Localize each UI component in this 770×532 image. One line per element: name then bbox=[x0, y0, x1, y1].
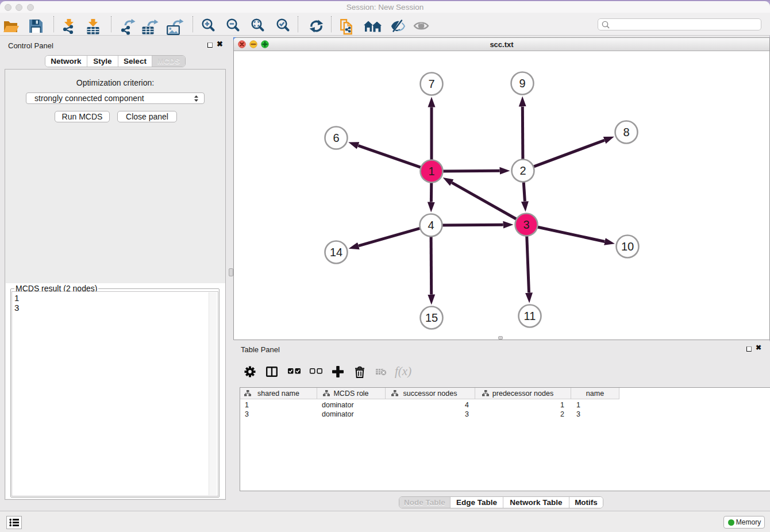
svg-text:9: 9 bbox=[519, 77, 525, 90]
svg-text:15: 15 bbox=[425, 311, 438, 324]
svg-text:1: 1 bbox=[428, 165, 434, 178]
svg-text:7: 7 bbox=[428, 78, 434, 90]
svg-text:8: 8 bbox=[623, 126, 629, 138]
svg-text:3: 3 bbox=[523, 218, 529, 231]
svg-text:f(x): f(x) bbox=[395, 364, 411, 378]
svg-text:4: 4 bbox=[428, 219, 434, 232]
svg-text:14: 14 bbox=[330, 246, 342, 259]
svg-text:10: 10 bbox=[621, 240, 634, 253]
svg-text:6: 6 bbox=[333, 132, 339, 144]
svg-text:11: 11 bbox=[524, 310, 536, 322]
svg-text:2: 2 bbox=[519, 164, 526, 177]
